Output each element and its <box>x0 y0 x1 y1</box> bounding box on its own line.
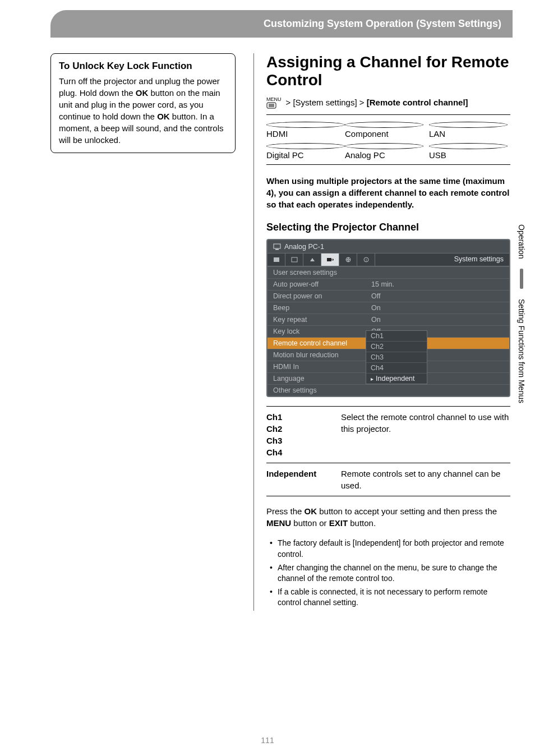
callout-body: Turn off the projector and unplug the po… <box>59 75 227 146</box>
input-hdmi: HDMI <box>266 119 345 139</box>
svg-marker-8 <box>310 258 315 261</box>
param-ch-desc: Select the remote control channel to use… <box>341 411 510 458</box>
input-lan: LAN <box>429 119 510 139</box>
input-component: Component <box>345 119 429 139</box>
notes-list: The factory default is [Independent] for… <box>266 538 510 609</box>
inputs-table: HDMI Component LAN Digital PC Analog PC … <box>266 114 510 165</box>
svg-text:i: i <box>366 258 367 262</box>
param-independent-key: Independent <box>266 468 331 491</box>
osd-active-tab-label: System settings <box>449 253 509 266</box>
osd-row: BeepOn <box>268 302 509 314</box>
osd-row: Direct power onOff <box>268 290 509 302</box>
side-tab-setting-functions: Setting Functions from Menus <box>517 299 526 403</box>
menu-path: MENU > [System settings] > [Remote contr… <box>266 97 510 109</box>
osd-screenshot: Analog PC-1 i System settings User scree… <box>266 239 510 397</box>
svg-rect-9 <box>327 258 331 261</box>
svg-rect-4 <box>274 244 280 248</box>
section-header: Customizing System Operation (System Set… <box>50 10 513 38</box>
osd-source: Analog PC-1 <box>268 240 509 253</box>
osd-row: Key repeatOn <box>268 314 509 325</box>
osd-row: Other settings <box>268 384 509 396</box>
menu-icon: MENU <box>266 97 282 109</box>
input-usb: USB <box>429 141 510 160</box>
input-analog-pc: Analog PC <box>345 141 429 160</box>
svg-rect-7 <box>292 257 297 262</box>
unlock-callout: To Unlock Key Lock Function Turn off the… <box>50 53 236 153</box>
subsection-heading: Selecting the Projector Channel <box>266 222 510 233</box>
side-tab-divider-icon <box>520 269 523 289</box>
parameter-table: Ch1Ch2Ch3Ch4 Select the remote control c… <box>266 406 510 496</box>
param-ch-keys: Ch1Ch2Ch3Ch4 <box>266 411 331 458</box>
page-title: Assigning a Channel for Remote Control <box>266 53 510 89</box>
callout-title: To Unlock Key Lock Function <box>59 61 227 72</box>
accept-instruction: Press the OK button to accept your setti… <box>266 505 510 529</box>
svg-rect-5 <box>275 249 279 250</box>
side-tab-operation: Operation <box>517 224 526 259</box>
input-digital-pc: Digital PC <box>266 141 345 160</box>
osd-channel-dropdown: Ch1 Ch2 Ch3 Ch4 Independent <box>366 330 427 384</box>
osd-row: User screen settings <box>268 266 509 278</box>
svg-rect-6 <box>274 257 279 262</box>
lead-text: When using multiple projectors at the sa… <box>266 175 510 210</box>
side-tabs: Operation Setting Functions from Menus <box>517 224 526 403</box>
osd-tabs: i System settings <box>268 253 509 266</box>
page-number: 111 <box>0 736 535 745</box>
note-item: After changing the channel on the menu, … <box>270 563 510 584</box>
osd-row: Auto power-off15 min. <box>268 278 509 290</box>
note-item: If a cable is connected, it is not neces… <box>270 587 510 609</box>
note-item: The factory default is [Independent] for… <box>270 538 510 560</box>
param-independent-desc: Remote controls set to any channel can b… <box>341 468 510 491</box>
